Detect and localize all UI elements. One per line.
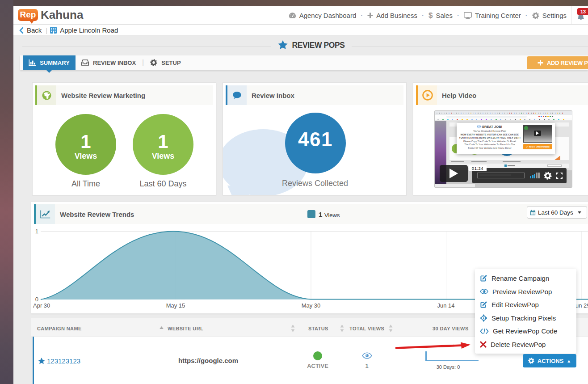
- svg-text:May 15: May 15: [166, 302, 185, 309]
- svg-text:May 30: May 30: [302, 302, 321, 309]
- svg-text:1: 1: [35, 228, 38, 235]
- svg-text:Jun 14: Jun 14: [437, 302, 454, 309]
- svg-text:0: 0: [35, 296, 38, 303]
- svg-text:Apr 30: Apr 30: [33, 302, 50, 309]
